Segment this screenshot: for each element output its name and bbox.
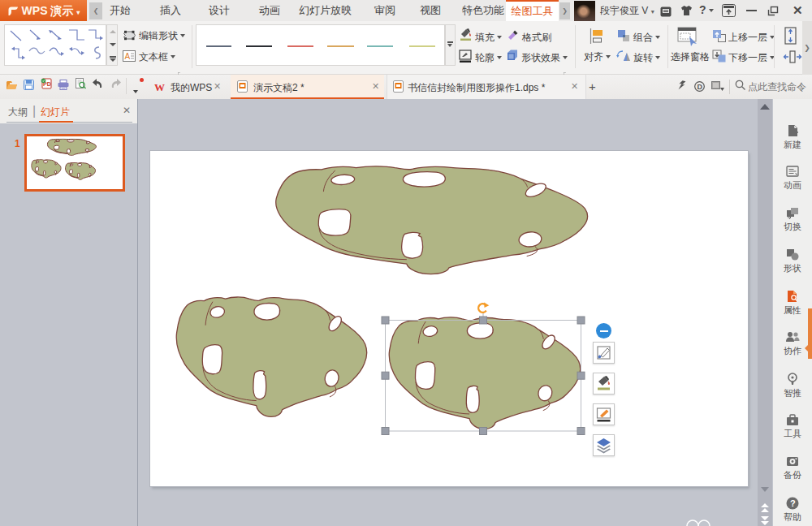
svg-text:D: D [698,83,703,91]
svg-text:W: W [154,81,165,93]
svg-text:?: ? [790,498,796,508]
svg-text:A: A [125,52,131,61]
